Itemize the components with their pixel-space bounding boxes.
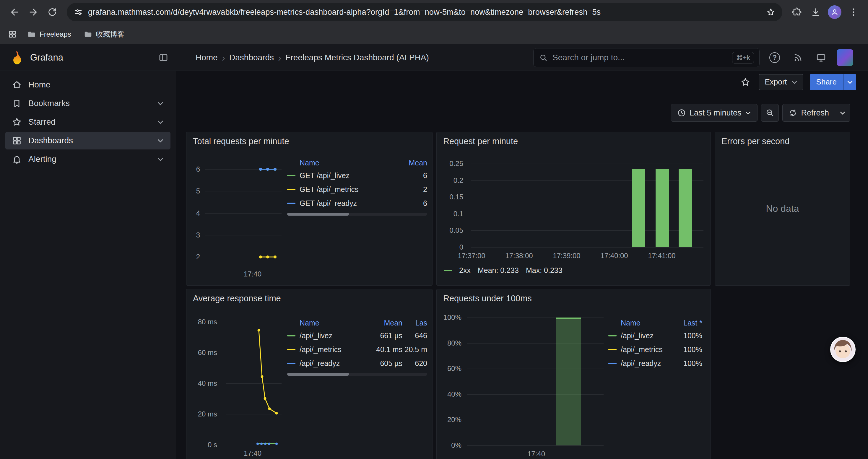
sidebar-item-starred[interactable]: Starred	[5, 113, 170, 131]
dashboard-controls: Export Share	[176, 71, 868, 93]
scrollbar-thumb[interactable]	[287, 213, 349, 216]
legend-header-mean[interactable]: Mean	[364, 319, 402, 327]
user-avatar[interactable]	[837, 49, 853, 66]
series-name[interactable]: /api/_readyz	[300, 359, 364, 368]
apps-button[interactable]	[5, 27, 20, 41]
legend-header-last[interactable]: Las	[402, 319, 427, 327]
legend-header-name[interactable]: Name	[608, 319, 670, 327]
series-name[interactable]: /api/_livez	[300, 331, 364, 340]
series-mean: 6	[392, 171, 427, 180]
time-controls: Last 5 minutes Refresh	[176, 104, 868, 122]
chevron-right-icon: ›	[218, 53, 229, 63]
site-settings-icon[interactable]	[74, 8, 83, 17]
y-axis-label: 20%	[437, 415, 462, 424]
series-name[interactable]: /api/_readyz	[621, 359, 670, 368]
legend-header-mean[interactable]: Mean	[392, 159, 427, 167]
reload-icon	[47, 7, 57, 17]
home-icon	[12, 80, 22, 90]
series-name[interactable]: GET /api/_metrics	[300, 185, 392, 194]
url-text: grafana.mathmast.com/d/deytv4rwavabkb/fr…	[88, 8, 761, 17]
dock-sidebar-icon	[158, 53, 168, 63]
series-name[interactable]: /api/_metrics	[621, 345, 670, 354]
sidebar-item-dashboards[interactable]: Dashboards	[5, 132, 170, 150]
series-name[interactable]: GET /api/_readyz	[300, 199, 392, 208]
series-swatch	[287, 363, 296, 364]
legend-scrollbar[interactable]	[287, 213, 427, 216]
y-axis-label: 80%	[437, 339, 462, 348]
zoom-out-button[interactable]	[761, 104, 779, 122]
favorite-button[interactable]	[738, 75, 752, 89]
display-button[interactable]	[816, 44, 826, 71]
panel-title[interactable]: Total requests per minute	[186, 132, 432, 150]
dock-sidebar-button[interactable]	[158, 44, 168, 71]
sidebar-item-alerting[interactable]: Alerting	[5, 150, 170, 168]
panel-request-per-minute: Request per minute 0.250.20.150.10.05017…	[436, 132, 711, 286]
series-name[interactable]: /api/_metrics	[300, 345, 364, 354]
extensions-button[interactable]	[788, 4, 805, 21]
legend-header-name[interactable]: Name	[287, 319, 364, 327]
share-button[interactable]: Share	[810, 74, 843, 90]
bookmark-folder-blogs[interactable]: 收藏博客	[79, 27, 129, 41]
y-axis-label: 40 ms	[186, 379, 217, 388]
help-button[interactable]: ?	[769, 44, 780, 71]
series-mean: 605 µs	[364, 359, 402, 368]
profile-avatar	[828, 5, 841, 19]
news-button[interactable]	[793, 44, 803, 71]
refresh-button[interactable]: Refresh	[782, 104, 835, 122]
x-axis-label: 17:41:00	[641, 251, 682, 260]
x-axis-label: 17:40	[241, 449, 265, 458]
panel-title[interactable]: Average response time	[186, 289, 432, 307]
y-axis-label: 6	[186, 165, 200, 174]
sidebar-item-bookmarks[interactable]: Bookmarks	[5, 95, 170, 112]
gridline	[205, 191, 282, 191]
x-axis-label: 17:40	[527, 450, 545, 458]
brand[interactable]: Grafana	[9, 44, 63, 71]
legend-header-name[interactable]: Name	[287, 159, 392, 167]
person-icon	[830, 8, 839, 17]
chevron-down-icon	[847, 79, 853, 85]
legend-header-last[interactable]: Last *	[670, 319, 702, 327]
grafana-logo	[9, 50, 24, 65]
chevron-down-icon	[157, 100, 164, 107]
series-name[interactable]: /api/_livez	[621, 331, 670, 340]
refresh-interval-button[interactable]	[835, 104, 850, 122]
gridline	[205, 257, 282, 257]
bookmark-folder-freeleaps[interactable]: Freeleaps	[23, 27, 76, 41]
series-name[interactable]: GET /api/_livez	[300, 171, 392, 180]
chevron-down-icon	[745, 109, 751, 116]
browser-menu-button[interactable]	[845, 4, 862, 21]
panel-title[interactable]: Errors per second	[715, 132, 850, 150]
avatar-face	[831, 338, 855, 361]
gridline	[226, 353, 282, 353]
y-axis-label: 0.25	[437, 159, 463, 168]
legend-scrollbar[interactable]	[287, 373, 427, 376]
breadcrumb-dashboards[interactable]: Dashboards	[229, 53, 274, 62]
scrollbar-thumb[interactable]	[287, 373, 349, 376]
legend-row: GET /api/_metrics 2	[287, 183, 427, 196]
series-swatch	[444, 270, 452, 271]
share-menu-button[interactable]	[843, 74, 856, 90]
reload-button[interactable]	[44, 4, 61, 21]
back-button[interactable]	[6, 4, 23, 21]
panel-title[interactable]: Requests under 100ms	[437, 289, 711, 307]
bookmark-star-icon[interactable]	[766, 8, 775, 17]
legend-header: Name Last *	[608, 317, 702, 329]
gridline	[467, 420, 603, 420]
y-axis-label: 0.2	[437, 176, 463, 185]
search-icon	[539, 53, 548, 62]
forward-button[interactable]	[25, 4, 42, 21]
series-name[interactable]: 2xx	[459, 266, 471, 275]
downloads-button[interactable]	[807, 4, 824, 21]
sidebar: Home Bookmarks Starred Dashboards Alerti…	[0, 71, 176, 459]
assistant-avatar[interactable]	[830, 337, 856, 362]
profile-button[interactable]	[826, 4, 843, 21]
panel-title[interactable]: Request per minute	[437, 132, 711, 150]
breadcrumb-home[interactable]: Home	[195, 53, 218, 62]
sidebar-item-home[interactable]: Home	[5, 76, 170, 94]
url-bar[interactable]: grafana.mathmast.com/d/deytv4rwavabkb/fr…	[67, 3, 782, 21]
clock-icon	[677, 108, 686, 117]
search-input[interactable]	[552, 53, 728, 63]
search-box[interactable]: ⌘+k	[533, 48, 760, 67]
export-button[interactable]: Export	[759, 74, 803, 90]
time-range-picker[interactable]: Last 5 minutes	[671, 104, 758, 122]
